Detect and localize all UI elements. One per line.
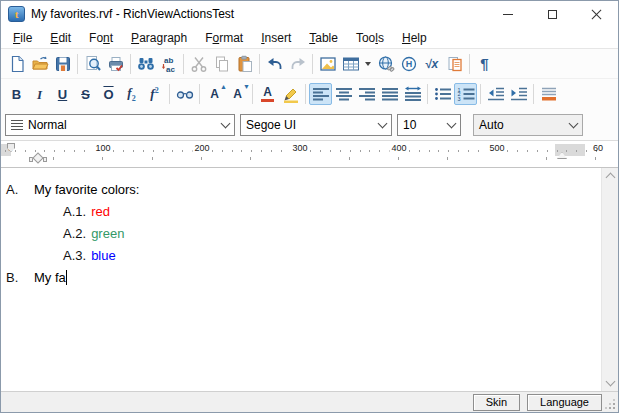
close-button[interactable] — [574, 1, 618, 27]
italic-button[interactable]: I — [28, 83, 51, 105]
numbered-list-icon: 123 — [457, 87, 475, 101]
separator — [312, 54, 313, 74]
left-indent-marker[interactable] — [29, 153, 47, 165]
style-value: Normal — [28, 118, 67, 132]
menu-file[interactable]: File — [4, 29, 41, 47]
print-button[interactable] — [104, 53, 127, 75]
chevron-down-icon — [365, 62, 371, 66]
insert-picture-icon — [319, 55, 337, 73]
insert-picture-button[interactable] — [316, 53, 339, 75]
language-button[interactable]: Language — [527, 394, 602, 411]
scroll-up-icon[interactable] — [606, 173, 616, 183]
new-document-button[interactable] — [5, 53, 28, 75]
print-icon — [107, 55, 125, 73]
separator — [199, 84, 200, 104]
doc-line: A.2.green — [63, 223, 618, 245]
replace-button[interactable]: abac — [157, 53, 180, 75]
insert-hyperlink-button[interactable] — [374, 53, 397, 75]
shrink-font-button[interactable]: A▼ — [226, 83, 249, 105]
print-preview-button[interactable] — [81, 53, 104, 75]
align-left-button[interactable] — [309, 83, 332, 105]
numbered-list-button[interactable]: 123 — [454, 83, 477, 105]
insert-document-button[interactable] — [443, 53, 466, 75]
separator — [533, 84, 534, 104]
resize-grip[interactable] — [613, 407, 615, 409]
font-combobox[interactable]: Segoe UI — [240, 114, 392, 136]
align-left-icon — [312, 87, 330, 101]
menu-font[interactable]: Font — [80, 29, 122, 47]
grow-font-button[interactable]: A▲ — [203, 83, 226, 105]
toolbar-formatting: B I U S O f2 f2 A▲ A▼ A — [1, 78, 618, 109]
doc-line: A.1.red — [63, 201, 618, 223]
insert-horizontal-line-button[interactable]: H — [397, 53, 420, 75]
cut-scissors-icon — [190, 55, 208, 73]
svg-text:H: H — [405, 59, 412, 69]
scroll-down-icon[interactable] — [606, 377, 616, 387]
redo-button[interactable] — [286, 53, 309, 75]
svg-text:ac: ac — [166, 64, 175, 73]
paragraph-shading-icon — [540, 87, 558, 101]
hyperlink-globe-icon — [377, 55, 395, 73]
menu-insert[interactable]: Insert — [252, 29, 300, 47]
horizontal-line-icon: H — [400, 55, 418, 73]
bullet-list-icon — [434, 87, 452, 101]
insert-document-icon — [446, 55, 464, 73]
zoom-combobox[interactable]: Auto — [473, 114, 583, 136]
print-preview-icon — [84, 55, 102, 73]
align-center-button[interactable] — [332, 83, 355, 105]
list-marker: A.2. — [63, 226, 86, 241]
replace-icon: abac — [160, 55, 178, 73]
minimize-button[interactable] — [486, 1, 530, 27]
paragraph-shading-button[interactable] — [537, 83, 560, 105]
undo-button[interactable] — [263, 53, 286, 75]
font-size-combobox[interactable]: 10 — [397, 114, 461, 136]
doc-text: My fa — [34, 270, 66, 285]
align-justify-button[interactable] — [378, 83, 401, 105]
cut-button[interactable] — [187, 53, 210, 75]
copy-button[interactable] — [210, 53, 233, 75]
decrease-indent-button[interactable] — [484, 83, 507, 105]
subscript-button[interactable]: f2 — [120, 83, 143, 105]
skin-button[interactable]: Skin — [473, 394, 520, 411]
open-button[interactable] — [28, 53, 51, 75]
status-bar: Skin Language — [1, 391, 618, 412]
maximize-button[interactable] — [530, 1, 574, 27]
font-color-button[interactable]: A — [256, 83, 279, 105]
underline-button[interactable]: U — [51, 83, 74, 105]
increase-indent-button[interactable] — [507, 83, 530, 105]
separator — [183, 54, 184, 74]
menu-format[interactable]: Format — [196, 29, 252, 47]
overline-button[interactable]: O — [97, 83, 120, 105]
doc-text: blue — [91, 248, 116, 263]
highlight-button[interactable] — [279, 83, 302, 105]
justify-wide-button[interactable] — [401, 83, 424, 105]
menu-edit[interactable]: Edit — [41, 29, 80, 47]
insert-table-button[interactable] — [339, 53, 362, 75]
paste-button[interactable] — [233, 53, 256, 75]
find-button[interactable] — [134, 53, 157, 75]
menu-paragraph[interactable]: Paragraph — [122, 29, 196, 47]
title-bar: t My favorites.rvf - RichViewActionsTest — [1, 1, 618, 27]
save-button[interactable] — [51, 53, 74, 75]
insert-equation-button[interactable]: √x — [420, 53, 443, 75]
paragraph-style-icon — [11, 118, 23, 132]
separator — [252, 84, 253, 104]
font-color-icon: A — [261, 86, 274, 102]
document-area[interactable]: A.My favorite colors: A.1.red A.2.green … — [1, 168, 618, 391]
vertical-scrollbar[interactable] — [601, 168, 618, 391]
menu-help[interactable]: Help — [393, 29, 436, 47]
app-window: t My favorites.rvf - RichViewActionsTest… — [0, 0, 619, 413]
align-right-button[interactable] — [355, 83, 378, 105]
menu-tools[interactable]: Tools — [347, 29, 393, 47]
insert-table-dropdown[interactable] — [362, 53, 374, 75]
style-combobox[interactable]: Normal — [5, 114, 235, 136]
ruler-ticks-major — [5, 157, 599, 160]
menu-table[interactable]: Table — [300, 29, 347, 47]
superscript-button[interactable]: f2 — [143, 83, 166, 105]
separator — [469, 54, 470, 74]
bullet-list-button[interactable] — [431, 83, 454, 105]
paragraph-marks-button[interactable]: ¶ — [473, 53, 496, 75]
strikethrough-button[interactable]: S — [74, 83, 97, 105]
bold-button[interactable]: B — [5, 83, 28, 105]
font-dialog-button[interactable] — [173, 83, 196, 105]
